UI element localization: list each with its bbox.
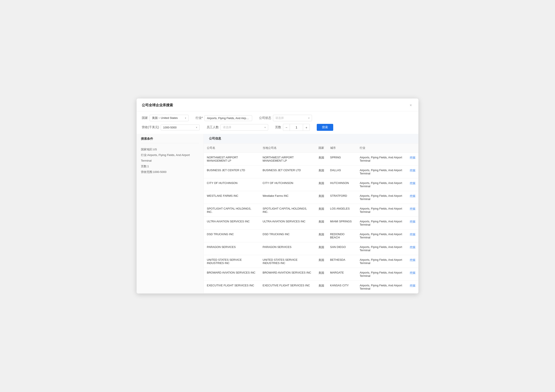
cell-company-name: ULTRA AVIATION SERVICES INC <box>204 217 260 229</box>
table-body: NORTHWEST AIRPORT MANAGEMENT LPNORTHWEST… <box>204 153 418 294</box>
revenue-chevron-icon: ▾ <box>196 126 197 129</box>
cell-company-name: EXECUTIVE FLIGHT SERVICES INC <box>204 281 260 294</box>
col-local-name: 当地公司名 <box>260 143 315 153</box>
cell-action: 挖掘 <box>407 178 418 191</box>
cell-country: 美国 <box>315 204 327 217</box>
table-row: SPOTLIGHT CAPITAL HOLDINGS, INC.SPOTLIGH… <box>204 204 418 217</box>
page-increment-button[interactable]: + <box>303 124 310 131</box>
cell-city: DALLAS <box>327 165 357 178</box>
employees-label: 员工人数 <box>207 126 219 129</box>
employees-filter: 员工人数 请选择 ▾ <box>207 124 268 131</box>
cell-industry: Airports, Flying Fields, And Airport Ter… <box>357 229 407 242</box>
cell-industry: Airports, Flying Fields, And Airport Ter… <box>357 165 407 178</box>
dig-button[interactable]: 挖掘 <box>410 156 415 160</box>
cell-local-name: EXECUTIVE FLIGHT SERVICES INC <box>260 281 315 294</box>
cell-action: 挖掘 <box>407 229 418 242</box>
table-row: NORTHWEST AIRPORT MANAGEMENT LPNORTHWEST… <box>204 153 418 165</box>
table-row: PARAGON SERVICESPARAGON SERVICES美国SAN DI… <box>204 242 418 255</box>
revenue-value: 1000-5000 <box>163 126 194 129</box>
sidebar-conditions: 国家地区:US 行业:Airports, Flying Fields, And … <box>141 143 199 175</box>
cell-country: 美国 <box>315 217 327 229</box>
cell-country: 美国 <box>315 268 327 281</box>
search-button[interactable]: 搜索 <box>317 124 333 131</box>
cell-company-name: BROWARD AVIATION SERVICES INC <box>204 268 260 281</box>
condition-country: 国家地区:US <box>141 147 199 152</box>
status-chevron-icon: ▾ <box>308 117 310 119</box>
cell-action: 挖掘 <box>407 281 418 294</box>
section-header-row: 公司信息 <box>204 134 418 143</box>
cell-action: 挖掘 <box>407 255 418 268</box>
page-input[interactable] <box>290 124 303 131</box>
col-country: 国家 <box>315 143 327 153</box>
cell-city: REDONDO BEACH <box>327 229 357 242</box>
table-wrapper: 公司名 当地公司名 国家 城市 行业 NORTHWEST AIRPORT MAN… <box>204 143 418 294</box>
cell-city: HUTCHINSON <box>327 178 357 191</box>
cell-action: 挖掘 <box>407 268 418 281</box>
dig-button[interactable]: 挖掘 <box>410 258 415 262</box>
col-company-name: 公司名 <box>204 143 260 153</box>
industry-filter: 行业* Airports, Flying Fields, And Airport… <box>196 115 252 121</box>
page-label: 页数 <box>275 126 281 129</box>
dig-button[interactable]: 挖掘 <box>410 181 415 185</box>
dig-button[interactable]: 挖掘 <box>410 245 415 249</box>
condition-industry: 行业:Airports, Flying Fields, And Airport … <box>141 152 199 163</box>
cell-city: SAN DIEGO <box>327 242 357 255</box>
country-value: 美国 ~ United States <box>152 116 183 120</box>
page-filter: 页数 − + <box>275 124 310 131</box>
page-control: − + <box>283 124 310 131</box>
industry-select[interactable]: Airports, Flying Fields, And Airport Ter <box>204 115 252 121</box>
employees-select[interactable]: 请选择 ▾ <box>220 124 268 131</box>
dig-button[interactable]: 挖掘 <box>410 284 415 288</box>
cell-action: 挖掘 <box>407 165 418 178</box>
revenue-filter: 营收(千美元) 1000-5000 ▾ <box>142 125 200 130</box>
cell-country: 美国 <box>315 178 327 191</box>
page-decrement-button[interactable]: − <box>283 124 290 131</box>
close-button[interactable]: × <box>408 103 413 108</box>
cell-action: 挖掘 <box>407 217 418 229</box>
cell-company-name: NORTHWEST AIRPORT MANAGEMENT LP <box>204 153 260 165</box>
cell-country: 美国 <box>315 165 327 178</box>
cell-city: LOS ANGELES <box>327 204 357 217</box>
country-select[interactable]: 美国 ~ United States ▾ <box>150 115 189 121</box>
status-select[interactable]: 请选择 ▾ <box>273 115 312 121</box>
cell-local-name: Westlake Farms INC <box>260 191 315 204</box>
modal: 公司全球企业库搜索 × 国家 美国 ~ United States ▾ 行业* … <box>137 98 418 294</box>
cell-local-name: DSD TRUCKING INC <box>260 229 315 242</box>
cell-country: 美国 <box>315 229 327 242</box>
cell-company-name: DSD TRUCKING INC <box>204 229 260 242</box>
dig-button[interactable]: 挖掘 <box>410 233 415 237</box>
cell-country: 美国 <box>315 242 327 255</box>
sidebar-header: 搜索条件 <box>141 134 199 143</box>
dig-button[interactable]: 挖掘 <box>410 207 415 211</box>
revenue-select[interactable]: 1000-5000 ▾ <box>161 125 200 130</box>
cell-local-name: ULTRA AVIATION SERVICES INC <box>260 217 315 229</box>
status-filter: 公司状态 请选择 ▾ <box>259 115 312 121</box>
cell-industry: Airports, Flying Fields, And Airport Ter… <box>357 191 407 204</box>
cell-action: 挖掘 <box>407 242 418 255</box>
condition-page: 页数:1 <box>141 163 199 169</box>
cell-industry: Airports, Flying Fields, And Airport Ter… <box>357 204 407 217</box>
col-city: 城市 <box>327 143 357 153</box>
cell-company-name: CITY OF HUTCHINSON <box>204 178 260 191</box>
industry-value: Airports, Flying Fields, And Airport Ter <box>207 117 250 120</box>
cell-action: 挖掘 <box>407 191 418 204</box>
dig-button[interactable]: 挖掘 <box>410 220 415 224</box>
company-info-label: 公司信息 <box>209 137 221 141</box>
cell-action: 挖掘 <box>407 204 418 217</box>
search-filter: 搜索 <box>317 124 333 131</box>
cell-city: MARGATE <box>327 268 357 281</box>
cell-country: 美国 <box>315 191 327 204</box>
cell-action: 挖掘 <box>407 153 418 165</box>
dig-button[interactable]: 挖掘 <box>410 194 415 198</box>
dig-button[interactable]: 挖掘 <box>410 169 415 172</box>
status-label: 公司状态 <box>259 116 271 120</box>
cell-local-name: BUSINESS JET CENTER LTD <box>260 165 315 178</box>
employees-placeholder: 请选择 <box>223 126 262 129</box>
cell-country: 美国 <box>315 255 327 268</box>
filter-row-2: 营收(千美元) 1000-5000 ▾ 员工人数 请选择 ▾ 页数 − + 搜索 <box>137 123 418 134</box>
cell-local-name: CITY OF HUTCHINSON <box>260 178 315 191</box>
cell-city: STRATFORD <box>327 191 357 204</box>
dig-button[interactable]: 挖掘 <box>410 271 415 275</box>
cell-company-name: BUSINESS JET CENTER LTD <box>204 165 260 178</box>
cell-industry: Airports, Flying Fields, And Airport Ter… <box>357 153 407 165</box>
